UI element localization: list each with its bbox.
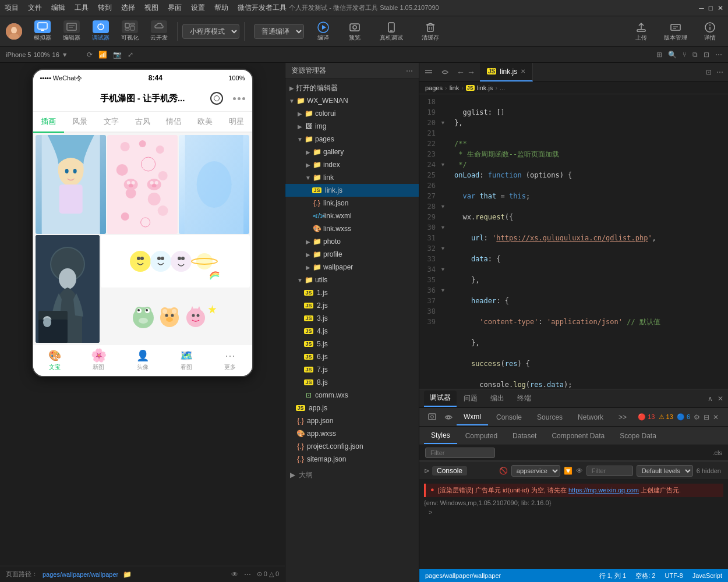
subtab-component-data[interactable]: Component Data <box>545 428 612 444</box>
devtools-close-icon[interactable]: ✕ <box>713 413 719 421</box>
tree-item-app-wxss[interactable]: 🎨app.wxss <box>285 427 419 440</box>
tree-item-6js[interactable]: JS6.js <box>285 350 419 363</box>
phone-tabs[interactable]: 插画 风景 文字 古风 情侣 欧美 明星 <box>33 112 252 133</box>
image-cell-3[interactable] <box>179 135 249 234</box>
cls-button[interactable]: .cls <box>713 449 723 456</box>
menu-item-select[interactable]: 选择 <box>121 3 135 13</box>
layers-icon[interactable]: ⧉ <box>692 51 698 59</box>
tree-item-utils[interactable]: ▼ 📁 utils <box>285 274 419 286</box>
editor-sidebar-icon[interactable] <box>419 68 438 77</box>
path-more-icon[interactable]: ⋯ <box>244 570 251 579</box>
detail-button[interactable]: 详情 <box>698 19 722 44</box>
search-icon[interactable]: 🔍 <box>668 51 677 59</box>
fold-arrow-5[interactable]: ▼ <box>440 243 450 254</box>
tab-scenery[interactable]: 风景 <box>64 112 96 132</box>
tree-item-7js[interactable]: JS7.js <box>285 363 419 376</box>
debugger-mode-button[interactable]: 调试器 <box>87 18 114 44</box>
editor-mode-button[interactable]: 编辑器 <box>58 18 85 44</box>
version-button[interactable]: 版本管理 <box>658 19 693 44</box>
tab-terminal[interactable]: 终端 <box>511 391 537 407</box>
fold-arrow-7[interactable]: ▼ <box>440 285 450 296</box>
fold-arrow-6[interactable]: ▼ <box>440 264 450 275</box>
devtools-inspect-icon[interactable] <box>424 413 440 421</box>
tree-item-3js[interactable]: JS3.js <box>285 312 419 325</box>
back-arrow[interactable]: ← <box>457 68 465 77</box>
menu-item-tools[interactable]: 工具 <box>75 3 89 13</box>
expand-icon[interactable]: ⤢ <box>128 51 133 59</box>
fold-arrow-2[interactable]: ▼ <box>440 159 450 170</box>
bottom-nav-art[interactable]: 🎨 文宝 <box>33 345 77 376</box>
eye-icon[interactable]: 👁 <box>231 570 238 579</box>
bottom-nav-avatar[interactable]: 👤 头像 <box>121 345 164 376</box>
devtools-settings-icon[interactable]: ⚙ <box>694 413 700 421</box>
tab-star[interactable]: 明星 <box>221 112 252 132</box>
appservice-select[interactable]: appservice <box>511 465 560 477</box>
tab-issues[interactable]: 问题 <box>458 391 483 407</box>
error-link[interactable]: https://mp.weixin.qq.com <box>568 487 639 494</box>
subtab-scope-data[interactable]: Scope Data <box>613 428 663 444</box>
clear-cache-button[interactable]: 清缓存 <box>416 19 445 44</box>
console-arrow-icon[interactable]: 🔽 <box>564 467 572 475</box>
breadcrumb-file[interactable]: link.js <box>477 84 493 91</box>
tree-item-app-json[interactable]: {.}app.json <box>285 414 419 427</box>
maximize-icon[interactable]: □ <box>709 4 713 12</box>
breadcrumb-icon[interactable] <box>438 68 452 76</box>
root-folder[interactable]: ▼ 📁 WX_WENAN <box>285 94 419 107</box>
tab-text[interactable]: 文字 <box>96 112 127 132</box>
console-expand-icon[interactable]: ⊳ <box>424 467 430 475</box>
tree-item-link-wxml[interactable]: ⋖/⋗ link.wxml <box>285 210 419 222</box>
devtools-eye-icon[interactable] <box>441 413 455 421</box>
devtools-dock-icon[interactable]: ⊟ <box>704 413 709 421</box>
image-cell-1[interactable] <box>36 135 106 234</box>
tree-item-gallery[interactable]: ▶ 📁 gallery <box>285 146 419 158</box>
big-panel-toggle[interactable]: ▶ 大纲 <box>285 466 419 484</box>
breadcrumb-pages[interactable]: pages <box>425 84 443 91</box>
tree-item-sitemap[interactable]: {.}sitemap.json <box>285 453 419 466</box>
menu-item-wechat[interactable]: 微信开发者工具 <box>238 3 287 13</box>
tree-item-link[interactable]: ▼ 📁 link <box>285 171 419 184</box>
tree-item-colorui[interactable]: ▶ 📁 colorui <box>285 107 419 120</box>
tree-item-2js[interactable]: JS2.js <box>285 299 419 312</box>
devtools-tab-console[interactable]: Console <box>489 409 529 425</box>
sticker-2[interactable] <box>101 289 250 341</box>
tree-item-app-js[interactable]: JSapp.js <box>285 402 419 414</box>
tab-debugger[interactable]: 调试器 <box>424 391 457 407</box>
tree-item-project-config[interactable]: {.}project.config.json <box>285 440 419 453</box>
tree-item-pages[interactable]: ▼ 📁 pages <box>285 133 419 146</box>
tree-item-link-json[interactable]: {.} link.json <box>285 197 419 210</box>
tab-output[interactable]: 编出 <box>485 391 510 407</box>
program-mode-select[interactable]: 小程序模式 <box>182 24 239 39</box>
forward-arrow[interactable]: → <box>467 68 475 77</box>
tab-illustration[interactable]: 插画 <box>33 112 65 133</box>
fold-arrow-4[interactable]: ▼ <box>440 222 450 233</box>
subtab-dataset[interactable]: Dataset <box>506 428 543 444</box>
tab-link-js[interactable]: JS link.js ✕ <box>480 63 533 81</box>
tree-item-profile[interactable]: ▶ 📁 profile <box>285 248 419 261</box>
fold-arrow-1[interactable]: ▼ <box>440 118 450 128</box>
panel-toggle-icon[interactable]: ⊡ <box>704 51 709 59</box>
tree-item-4js[interactable]: JS4.js <box>285 325 419 338</box>
dropdown-arrow[interactable]: ▼ <box>62 51 68 58</box>
cloud-mode-button[interactable]: 云开发 <box>146 18 172 44</box>
split-editor-icon[interactable]: ⊡ <box>706 68 712 76</box>
debug-close-icon[interactable]: ✕ <box>718 395 723 403</box>
simulator-mode-button[interactable]: 模拟器 <box>29 18 56 44</box>
bottom-nav-new[interactable]: 🌸 新图 <box>77 345 121 376</box>
menu-item-interface[interactable]: 界面 <box>168 3 182 13</box>
tree-item-5js[interactable]: JS5.js <box>285 338 419 350</box>
tree-item-1js[interactable]: JS1.js <box>285 286 419 299</box>
tab-close-icon[interactable]: ✕ <box>521 68 525 74</box>
menu-item-file[interactable]: 文件 <box>28 3 42 13</box>
close-icon[interactable]: ✕ <box>718 4 723 12</box>
grid-icon[interactable]: ⊞ <box>656 51 662 59</box>
tab-ancient[interactable]: 古风 <box>127 112 158 132</box>
console-filter-input[interactable] <box>586 466 633 476</box>
editor-more-icon[interactable]: ⋯ <box>716 68 723 76</box>
bottom-nav-more[interactable]: ⋯ 更多 <box>208 345 252 376</box>
menu-item-view[interactable]: 视图 <box>144 3 158 13</box>
real-debug-button[interactable]: 真机调试 <box>374 19 409 44</box>
bottom-nav-gallery[interactable]: 🗺️ 看图 <box>164 345 208 376</box>
minimize-icon[interactable]: ─ <box>699 4 704 12</box>
devtools-tab-more[interactable]: >> <box>612 409 634 425</box>
image-cell-2[interactable] <box>107 135 178 234</box>
